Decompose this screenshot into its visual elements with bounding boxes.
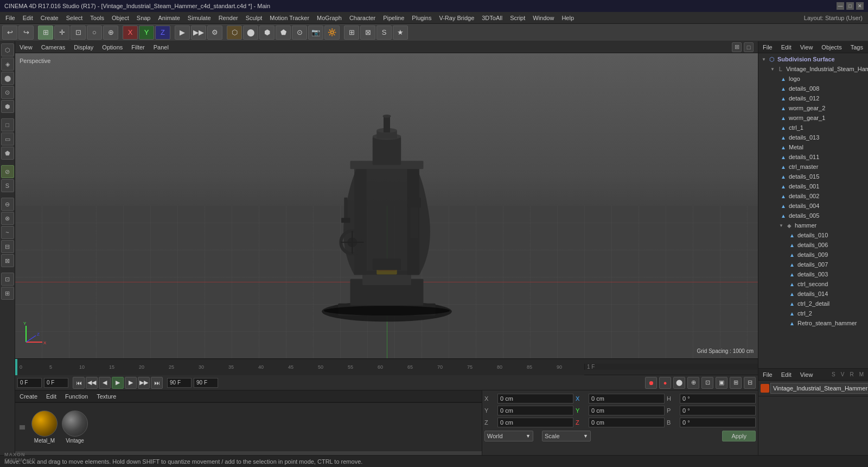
menu-tools[interactable]: Tools: [87, 14, 107, 22]
objmgr-menu-tags[interactable]: Tags: [848, 43, 865, 52]
lt-select-all[interactable]: □: [1, 118, 14, 131]
attr-icons-v[interactable]: V: [839, 370, 847, 378]
lt-bevel[interactable]: ~: [1, 226, 14, 239]
render-all-button[interactable]: ▶▶: [191, 26, 206, 40]
tree-logo[interactable]: ▲ logo: [760, 74, 868, 84]
vp-menu-options[interactable]: Options: [100, 43, 125, 52]
menu-3dtoall[interactable]: 3DToAll: [478, 14, 506, 22]
key-add-button[interactable]: ⊕: [687, 377, 699, 389]
playback-play[interactable]: ▶: [112, 377, 124, 389]
objmgr-menu-file[interactable]: File: [761, 43, 775, 52]
coord-h-rot[interactable]: 0 °: [680, 394, 756, 403]
soft-sel-button[interactable]: S: [376, 26, 392, 40]
vp-nav-button[interactable]: ⊞: [732, 42, 742, 52]
objmgr-menu-edit[interactable]: Edit: [779, 43, 794, 52]
coord-x-size[interactable]: 0 cm: [589, 394, 665, 403]
mat-menu-function[interactable]: Function: [63, 392, 90, 401]
menu-animate[interactable]: Animate: [155, 14, 183, 22]
playback-first[interactable]: ⏮: [73, 377, 85, 389]
close-button[interactable]: ✕: [856, 2, 864, 10]
transform-button[interactable]: ⊕: [103, 26, 118, 40]
light-button[interactable]: 🔆: [324, 26, 340, 40]
effector-button[interactable]: ⊙: [292, 26, 307, 40]
attr-icons-m[interactable]: M: [857, 370, 866, 378]
mat-menu-texture[interactable]: Texture: [94, 392, 118, 401]
tree-root-model[interactable]: ▼ L Vintage_Industrial_Steam_Hammer: [760, 64, 868, 74]
coord-b-rot[interactable]: 0 °: [680, 418, 756, 427]
key-del-button[interactable]: ⊡: [701, 377, 713, 389]
coord-y-pos[interactable]: 0 cm: [497, 406, 573, 415]
attr-name-value[interactable]: Vintage_Industrial_Steam_Hammer: [770, 383, 868, 394]
menu-sculpt[interactable]: Sculpt: [242, 14, 266, 22]
coord-y-size[interactable]: 0 cm: [589, 406, 665, 415]
menu-window[interactable]: Window: [529, 14, 557, 22]
grid-button[interactable]: ⊞: [344, 26, 359, 40]
menu-edit[interactable]: Edit: [20, 14, 36, 22]
record-button[interactable]: ⏺: [645, 377, 657, 389]
tree-ctrl2detail[interactable]: ▲ ctrl_2_detail: [760, 299, 868, 308]
menu-motion-tracker[interactable]: Motion Tracker: [266, 14, 312, 22]
maximize-button[interactable]: □: [846, 2, 854, 10]
tree-details005[interactable]: ▲ details_005: [760, 211, 868, 220]
tree-ctrlmaster[interactable]: ▲ ctrl_master: [760, 162, 868, 172]
menu-create[interactable]: Create: [37, 14, 62, 22]
tree-details012[interactable]: ▲ details_012: [760, 93, 868, 103]
undo-button[interactable]: ↩: [2, 26, 17, 40]
lt-sculpt2[interactable]: ⊞: [1, 287, 14, 300]
layout-label[interactable]: Layout: Startup (User): [801, 14, 866, 22]
tree-details010[interactable]: ▲ details_010: [760, 230, 868, 240]
minimize-button[interactable]: —: [837, 2, 844, 10]
lt-move[interactable]: ⊘: [1, 165, 14, 178]
tree-details011[interactable]: ▲ details_011: [760, 152, 868, 162]
scale-button[interactable]: ⊡: [71, 26, 86, 40]
tree-hammer[interactable]: ▼ ◆ hammer: [760, 220, 868, 230]
end-frame-field[interactable]: 90 F: [194, 378, 218, 388]
tree-retrosteam[interactable]: ▲ Retro_steam_hammer: [760, 318, 868, 328]
menu-file[interactable]: File: [2, 14, 18, 22]
expand-icon[interactable]: ▼: [762, 57, 766, 62]
menu-select[interactable]: Select: [63, 14, 86, 22]
menu-script[interactable]: Script: [507, 14, 528, 22]
render-view-button[interactable]: ▶: [175, 26, 190, 40]
tree-subdiv-surface[interactable]: ▼ ⬡ Subdivision Surface: [760, 54, 868, 64]
attr-menu-edit[interactable]: Edit: [779, 370, 794, 379]
render-settings-button[interactable]: ⚙: [207, 26, 222, 40]
playback-forward[interactable]: ▶: [125, 377, 137, 389]
rotate-button[interactable]: ○: [87, 26, 102, 40]
fps-field[interactable]: 90 F: [167, 378, 192, 388]
viewport[interactable]: X Y Z Perspective Grid Spacing : 1000 cm: [15, 53, 758, 358]
coord-p-rot[interactable]: 0 °: [680, 406, 756, 415]
tree-metal[interactable]: ▲ Metal: [760, 142, 868, 152]
vp-menu-view[interactable]: View: [17, 43, 35, 52]
playback-next[interactable]: ▶▶: [138, 377, 150, 389]
current-frame-field[interactable]: 0 F: [17, 378, 42, 388]
tree-wormgear1[interactable]: ▲ worm_gear_1: [760, 113, 868, 123]
tree-details004[interactable]: ▲ details_004: [760, 201, 868, 211]
tree-details014[interactable]: ▲ details_014: [760, 289, 868, 299]
vp-fullscreen-button[interactable]: □: [744, 42, 754, 52]
key-sel-button[interactable]: ⬤: [673, 377, 685, 389]
coord-z-size[interactable]: 0 cm: [589, 418, 665, 427]
tree-ctrl2[interactable]: ▲ ctrl_2: [760, 308, 868, 318]
tree-details015[interactable]: ▲ details_015: [760, 172, 868, 181]
cube-button[interactable]: ⬡: [227, 26, 242, 40]
lt-s[interactable]: S: [1, 179, 14, 192]
attr-menu-view[interactable]: View: [798, 370, 815, 379]
tree-details001[interactable]: ▲ details_001: [760, 181, 868, 191]
playback-back[interactable]: ◀: [99, 377, 111, 389]
tree-details008[interactable]: ▲ details_008: [760, 84, 868, 93]
vp-menu-panel[interactable]: Panel: [151, 43, 171, 52]
material-metal[interactable]: Metal_M: [31, 411, 58, 444]
mat-menu-create[interactable]: Create: [17, 392, 40, 401]
attr-icons-s[interactable]: S: [829, 370, 838, 378]
xaxis-button[interactable]: X: [123, 26, 138, 40]
select-move-button[interactable]: ⊞: [38, 26, 53, 40]
tree-details006[interactable]: ▲ details_006: [760, 240, 868, 250]
grid-view[interactable]: ⊟: [744, 377, 756, 389]
lt-poly-mode[interactable]: ⬢: [1, 100, 14, 113]
tree-details002[interactable]: ▲ details_002: [760, 191, 868, 201]
attr-icons-r[interactable]: R: [847, 370, 856, 378]
deformer-button[interactable]: ⬟: [276, 26, 291, 40]
menu-vray[interactable]: V-Ray Bridge: [436, 14, 477, 22]
zaxis-button[interactable]: Z: [155, 26, 170, 40]
